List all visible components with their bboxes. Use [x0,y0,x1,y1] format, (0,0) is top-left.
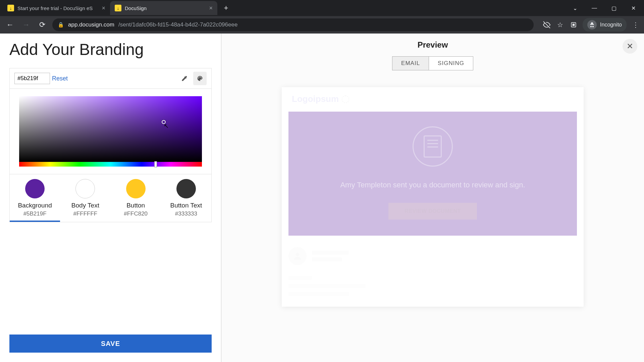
svg-point-2 [296,253,299,256]
lock-icon: 🔒 [58,22,64,28]
sv-handle[interactable] [162,120,166,124]
swatch-label: Background [12,202,57,209]
swatch-hex: #333333 [164,210,209,217]
maximize-icon[interactable]: ▢ [606,2,622,14]
swatch-body-text[interactable]: Body Text #FFFFFF [60,174,110,222]
close-icon[interactable]: × [209,5,213,12]
tab-title: Start your free trial - DocuSign eS [17,5,93,11]
tab-title: DocuSign [125,5,147,11]
page-title: Add Your Branding [9,40,212,59]
eyedropper-button[interactable] [178,72,191,85]
url-domain: app.docusign.com [68,21,114,28]
logo-text: Logoipsum [292,94,339,104]
url-input[interactable]: 🔒 app.docusign.com/sent/1dafc06b-fd15-48… [52,18,534,31]
swatch-label: Body Text [63,202,108,209]
preview-title: Preview [235,40,631,50]
swatch-background[interactable]: Background #5B219F [10,174,60,222]
tab-email[interactable]: EMAIL [392,56,429,70]
avatar-placeholder-icon [288,247,307,265]
swatch-button-text[interactable]: Button Text #333333 [161,174,211,222]
favicon-icon: ↓ [115,5,121,11]
toolbar-right: ☆ Incognito ⋮ [542,18,640,32]
incognito-badge[interactable]: Incognito [583,18,627,32]
minimize-icon[interactable]: — [586,2,602,14]
swatch-hex: #5B219F [12,210,57,217]
hex-input[interactable] [14,73,50,84]
saturation-value-picker[interactable]: ↖ [19,96,202,162]
preview-panel: ✕ Preview EMAIL SIGNING Logoipsum Amy Te… [221,34,644,362]
back-button[interactable]: ← [4,19,16,31]
branding-panel: Add Your Branding Reset ↖ [0,34,221,362]
palette-button[interactable] [193,72,207,85]
review-document-button[interactable]: REVIEW DOCUMENT [388,203,477,220]
picker-header: Reset [10,68,211,89]
app-content: Add Your Branding Reset ↖ [0,34,644,362]
incognito-label: Incognito [600,22,622,28]
logo-mark-icon [341,95,350,103]
preview-tabs: EMAIL SIGNING [235,56,631,70]
swatch-circle [176,179,196,198]
bookmark-icon[interactable]: ☆ [556,20,565,29]
svg-rect-1 [573,24,575,26]
menu-icon[interactable]: ⋮ [631,20,640,29]
document-sign-icon [413,126,453,167]
email-preview: Logoipsum Amy Templeton sent you a docum… [282,87,584,307]
swatch-circle [126,179,146,198]
close-icon[interactable]: ✕ [625,2,641,14]
favicon-icon: ↓ [7,5,14,11]
browser-tab[interactable]: ↓ Start your free trial - DocuSign eS × [3,1,110,15]
address-bar: ← → ⟳ 🔒 app.docusign.com/sent/1dafc06b-f… [0,16,644,34]
preview-logo: Logoipsum [288,94,577,104]
incognito-icon [587,20,597,29]
extensions-icon[interactable] [569,20,578,29]
tab-bar: ↓ Start your free trial - DocuSign eS × … [0,0,644,16]
swatch-circle [75,179,95,198]
url-path: /sent/1dafc06b-fd15-48a4-b4d2-7a022c096e… [118,21,237,28]
swatch-circle [25,179,45,198]
swatch-button[interactable]: Button #FFC820 [111,174,161,222]
preview-body: Amy Templeton sent you a document to rev… [288,112,577,236]
tab-signing[interactable]: SIGNING [429,56,473,70]
close-icon[interactable]: × [102,5,105,12]
swatch-label: Button Text [164,202,209,209]
reload-button[interactable]: ⟳ [36,19,48,31]
skeleton-body [288,276,577,296]
preview-message: Amy Templeton sent you a document to rev… [299,181,567,189]
forward-button[interactable]: → [20,19,32,31]
hue-slider[interactable] [19,162,202,167]
reset-link[interactable]: Reset [52,75,68,82]
picker-tools [178,72,207,85]
eye-off-icon[interactable] [542,20,551,29]
skeleton-sender [288,247,577,265]
browser-tab[interactable]: ↓ DocuSign × [110,1,217,15]
swatch-row: Background #5B219F Body Text #FFFFFF But… [10,174,211,222]
new-tab-button[interactable]: + [220,2,232,14]
gradient-area: ↖ [10,89,211,174]
swatch-hex: #FFFFFF [63,210,108,217]
color-picker-card: Reset ↖ [9,68,212,222]
hue-handle[interactable] [154,161,157,167]
chevron-down-icon[interactable]: ⌄ [567,2,583,14]
swatch-label: Button [113,202,158,209]
close-button[interactable]: ✕ [623,39,637,54]
browser-chrome: ↓ Start your free trial - DocuSign eS × … [0,0,644,34]
swatch-hex: #FFC820 [113,210,158,217]
save-button[interactable]: SAVE [9,335,212,353]
window-controls: ⌄ — ▢ ✕ [567,2,641,14]
